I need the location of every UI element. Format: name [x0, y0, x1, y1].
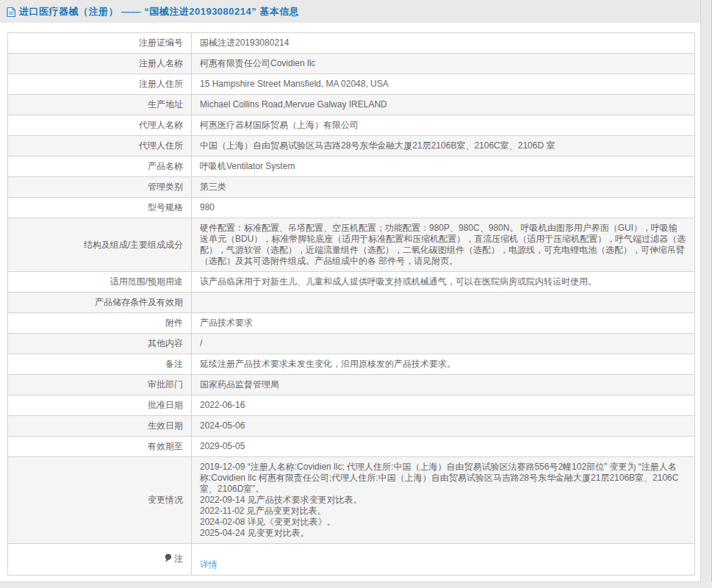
- table-row: 注册证编号 国械注进20193080214: [8, 33, 695, 54]
- row-value: 详情: [192, 544, 695, 576]
- row-value: 该产品临床用于对新生儿、儿童和成人提供呼吸支持或机械通气，可以在医院病房或院内转…: [192, 272, 695, 293]
- row-label: 有效期至: [8, 437, 192, 457]
- row-label: 产品名称: [8, 157, 192, 177]
- table-row: 产品名称 呼吸机Ventilator System: [8, 157, 695, 177]
- row-value: 980: [192, 198, 695, 218]
- table-row: 注册人住所 15 Hampshire Street Mansfield, MA …: [8, 74, 695, 95]
- row-value: 第三类: [192, 177, 695, 198]
- row-label: 结构及组成/主要组成成分: [8, 218, 192, 272]
- table-row: 代理人名称 柯惠医疗器材国际贸易（上海）有限公司: [8, 115, 695, 136]
- page-margin-bottom: [0, 582, 712, 588]
- note-label-text: 注: [174, 553, 183, 564]
- registration-info-table: 注册证编号 国械注进20193080214 注册人名称 柯惠有限责任公司Covi…: [7, 32, 695, 576]
- row-value: 国家药品监督管理局: [192, 375, 695, 395]
- row-value: Michael Collins Road,Mervue Galway IRELA…: [192, 95, 695, 115]
- row-label: 生产地址: [8, 95, 192, 115]
- table-row: 生效日期 2024-05-06: [8, 416, 695, 437]
- row-label: 产品储存条件及有效期: [8, 293, 192, 313]
- row-value: 柯惠有限责任公司Covidien llc: [192, 54, 695, 74]
- row-value: 产品技术要求: [192, 313, 695, 334]
- row-label: 代理人住所: [8, 136, 192, 157]
- table-row: 结构及组成/主要组成成分 硬件配置：标准配置、吊塔配置、空压机配置；功能配置：9…: [8, 218, 695, 272]
- row-value: 延续注册产品技术要求未发生变化，沿用原核发的产品技术要求。: [192, 354, 695, 375]
- table-row: 审批部门 国家药品监督管理局: [8, 375, 695, 395]
- document-icon: [6, 7, 16, 18]
- table-row: 备注 延续注册产品技术要求未发生变化，沿用原核发的产品技术要求。: [8, 354, 695, 375]
- row-value: 2024-05-06: [192, 416, 695, 437]
- content-area: 进口医疗器械（注册） —— “国械注进20193080214” 基本信息 注册证…: [0, 0, 701, 582]
- row-value: [192, 293, 695, 313]
- row-label: 注册人名称: [8, 54, 192, 74]
- page-header: 进口医疗器械（注册） —— “国械注进20193080214” 基本信息: [0, 0, 700, 23]
- table-row: 代理人住所 中国（上海）自由贸易试验区马吉路28号东华金融大厦21层2106B室…: [8, 136, 695, 157]
- page-title: 进口医疗器械（注册） —— “国械注进20193080214” 基本信息: [19, 5, 299, 18]
- detail-link[interactable]: 详情: [200, 559, 217, 570]
- table-row: 产品储存条件及有效期: [8, 293, 695, 313]
- row-label: 批准日期: [8, 395, 192, 416]
- row-label: 型号规格: [8, 198, 192, 218]
- row-value: 2022-06-16: [192, 395, 695, 416]
- row-value: 国械注进20193080214: [192, 33, 695, 54]
- table-row: 批准日期 2022-06-16: [8, 395, 695, 416]
- page: 进口医疗器械（注册） —— “国械注进20193080214” 基本信息 注册证…: [0, 0, 712, 588]
- table-row: 型号规格 980: [8, 198, 695, 218]
- row-label: 附件: [8, 313, 192, 334]
- table-row: 适用范围/预期用途 该产品临床用于对新生儿、儿童和成人提供呼吸支持或机械通气，可…: [8, 272, 695, 293]
- row-value: 柯惠医疗器材国际贸易（上海）有限公司: [192, 115, 695, 136]
- row-label: 备注: [8, 354, 192, 375]
- row-value: 硬件配置：标准配置、吊塔配置、空压机配置；功能配置：980P、980C、980N…: [192, 218, 695, 272]
- table-row: 附件 产品技术要求: [8, 313, 695, 334]
- row-label: 注册证编号: [8, 33, 192, 54]
- table-row: 管理类别 第三类: [8, 177, 695, 198]
- table-row: 变更情况 2019-12-09 “注册人名称:Covidien llc; 代理人…: [8, 457, 695, 544]
- row-label: 变更情况: [8, 457, 192, 544]
- row-label: 审批部门: [8, 375, 192, 395]
- table-row: 其他内容 /: [8, 334, 695, 354]
- table-row: 有效期至 2029-05-05: [8, 437, 695, 457]
- row-label: 生效日期: [8, 416, 192, 437]
- row-label: 注册人住所: [8, 74, 192, 95]
- row-value: 2019-12-09 “注册人名称:Covidien llc; 代理人住所:中国…: [192, 457, 695, 544]
- row-label: 注: [8, 544, 192, 576]
- row-label: 管理类别: [8, 177, 192, 198]
- row-value: 2029-05-05: [192, 437, 695, 457]
- row-value: 呼吸机Ventilator System: [192, 157, 695, 177]
- row-value: 中国（上海）自由贸易试验区马吉路28号东华金融大厦21层2106B室、2106C…: [192, 136, 695, 157]
- row-value: 15 Hampshire Street Mansfield, MA 02048,…: [192, 74, 695, 95]
- note-pin-icon: [165, 553, 172, 565]
- table-row: 生产地址 Michael Collins Road,Mervue Galway …: [8, 95, 695, 115]
- row-label: 适用范围/预期用途: [8, 272, 192, 293]
- page-margin-right: [701, 0, 712, 588]
- row-label: 代理人名称: [8, 115, 192, 136]
- table-row: 注册人名称 柯惠有限责任公司Covidien llc: [8, 54, 695, 74]
- row-value: /: [192, 334, 695, 354]
- table-row-note: 注 详情: [8, 544, 695, 576]
- row-label: 其他内容: [8, 334, 192, 354]
